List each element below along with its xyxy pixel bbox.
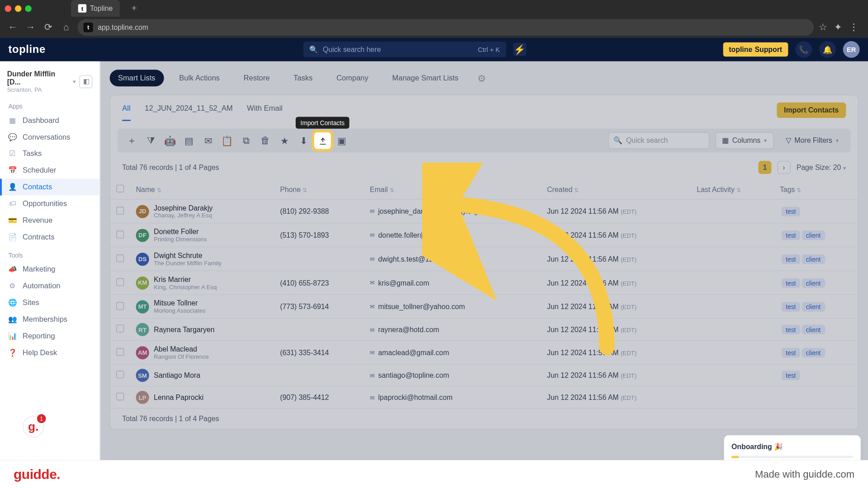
tag[interactable]: test <box>782 347 800 357</box>
tag[interactable]: client <box>802 347 825 357</box>
tab-bulk-actions[interactable]: Bulk Actions <box>171 70 228 86</box>
table-search[interactable]: 🔍 Quick search <box>608 132 709 149</box>
extensions-icon[interactable]: ✦ <box>834 21 842 33</box>
row-checkbox[interactable] <box>116 254 124 262</box>
row-checkbox[interactable] <box>116 278 124 286</box>
sidebar-item-memberships[interactable]: 👥Memberships <box>0 311 99 328</box>
panel-toggle-icon[interactable]: ◧ <box>80 75 92 88</box>
page-next[interactable]: › <box>778 161 791 174</box>
menu-icon[interactable]: ⋮ <box>849 21 859 33</box>
filter-icon[interactable]: ⧩ <box>142 132 159 149</box>
home-icon[interactable]: ⌂ <box>60 20 73 33</box>
table-row[interactable]: RTRaynera Targaryen✉raynera@hotd.comJun … <box>110 319 858 341</box>
subtab-12-jun-2024-11-52-am[interactable]: 12_JUN_2024_11_52_AM <box>145 104 232 121</box>
clipboard-icon[interactable]: 📋 <box>219 132 236 149</box>
window-controls[interactable] <box>5 5 32 12</box>
col-created[interactable]: Created⇅ <box>541 180 691 199</box>
tag[interactable]: client <box>802 278 825 287</box>
columns-dropdown[interactable]: ▦ Columns ▾ <box>716 132 774 149</box>
address-bar[interactable]: t app.topline.com <box>77 19 814 36</box>
sidebar-item-dashboard[interactable]: ▦Dashboard <box>0 112 99 129</box>
tab-tasks[interactable]: Tasks <box>285 70 321 86</box>
forward-icon[interactable]: → <box>24 20 37 33</box>
back-icon[interactable]: ← <box>6 20 19 33</box>
tag[interactable]: client <box>802 230 825 240</box>
reload-icon[interactable]: ⟳ <box>42 20 55 33</box>
tab-smart-lists[interactable]: Smart Lists <box>110 70 164 86</box>
gear-icon[interactable]: ⚙ <box>474 70 489 86</box>
more-filters-dropdown[interactable]: ▽ More Filters ▾ <box>779 132 844 149</box>
tag[interactable]: test <box>782 325 800 334</box>
table-row[interactable]: SMSantiago Mora✉santiago@topline.comJun … <box>110 364 858 386</box>
sidebar-item-help-desk[interactable]: ❓Help Desk <box>0 344 99 361</box>
user-avatar[interactable]: ER <box>843 41 860 58</box>
sidebar-item-sites[interactable]: 🌐Sites <box>0 294 99 311</box>
sidebar-item-automation[interactable]: ⚙Automation <box>0 278 99 295</box>
import-contacts-button[interactable]: Import Contacts <box>777 103 846 118</box>
row-checkbox[interactable] <box>116 325 124 333</box>
table-row[interactable]: JDJosephine DarakjyChanay, Jeffrey A Esq… <box>110 199 858 223</box>
chat-icon[interactable]: ▤ <box>181 132 198 149</box>
row-checkbox[interactable] <box>116 302 124 310</box>
sidebar-item-scheduler[interactable]: 📅Scheduler <box>0 162 99 179</box>
tab-restore[interactable]: Restore <box>235 70 278 86</box>
col-last-activity[interactable]: Last Activity⇅ <box>691 180 774 199</box>
table-row[interactable]: KMKris MarrierKing, Christopher A Esq(41… <box>110 271 858 295</box>
sidebar-item-opportunities[interactable]: 🏷Opportunities <box>0 196 99 212</box>
table-row[interactable]: DFDonette FollerPrinting Dimensions(513)… <box>110 223 858 247</box>
phone-icon[interactable]: 📞 <box>795 41 812 58</box>
col-email[interactable]: Email⇅ <box>364 180 541 199</box>
tag[interactable]: client <box>802 302 825 311</box>
contact-book-icon[interactable]: ▣ <box>333 132 350 149</box>
robot-icon[interactable]: 🤖 <box>161 132 178 149</box>
maximize-window-icon[interactable] <box>25 5 32 12</box>
star-icon[interactable]: ★ <box>276 132 293 149</box>
row-checkbox[interactable] <box>116 230 124 238</box>
download-icon[interactable]: ⬇ <box>295 132 312 149</box>
tab-manage-smart-lists[interactable]: Manage Smart Lists <box>384 70 467 86</box>
mail-icon[interactable]: ✉ <box>200 132 217 149</box>
subtab-with-email[interactable]: With Email <box>247 104 283 121</box>
new-tab-button[interactable]: + <box>128 2 140 14</box>
global-search[interactable]: 🔍 Quick search here Ctrl + K <box>303 42 506 57</box>
guidde-bubble[interactable]: g. 1 <box>23 416 44 437</box>
org-switcher[interactable]: Dunder Mifflin [D... Scranton, PA ▾ ◧ <box>0 66 99 96</box>
support-button[interactable]: topline Support <box>723 42 788 57</box>
bookmark-icon[interactable]: ☆ <box>819 21 827 33</box>
tag[interactable]: test <box>782 278 800 287</box>
copy-icon[interactable]: ⧉ <box>238 132 255 149</box>
trash-icon[interactable]: 🗑 <box>257 132 274 149</box>
table-row[interactable]: LPLenna Paprocki(907) 385-4412✉lpaprocki… <box>110 386 858 408</box>
tab-company[interactable]: Company <box>328 70 377 86</box>
tag[interactable]: client <box>802 254 825 263</box>
col-name[interactable]: Name⇅ <box>130 180 274 199</box>
col-tags[interactable]: Tags⇅ <box>774 180 858 199</box>
page-size[interactable]: Page Size: 20 ▾ <box>797 163 846 171</box>
sidebar-item-marketing[interactable]: 📣Marketing <box>0 261 99 278</box>
tag[interactable]: test <box>782 254 800 263</box>
select-all-checkbox[interactable] <box>116 185 124 192</box>
page-current[interactable]: 1 <box>758 161 771 174</box>
sidebar-item-conversations[interactable]: 💬Conversations <box>0 129 99 145</box>
sidebar-item-reporting[interactable]: 📊Reporting <box>0 328 99 344</box>
tag[interactable]: client <box>802 325 825 334</box>
tag[interactable]: test <box>782 230 800 240</box>
sidebar-item-tasks[interactable]: ☑Tasks <box>0 145 99 162</box>
table-row[interactable]: DSDwight SchruteThe Dunder Mifflin Famil… <box>110 247 858 271</box>
row-checkbox[interactable] <box>116 206 124 214</box>
import-contacts-icon[interactable]: Import Contacts <box>314 132 331 149</box>
row-checkbox[interactable] <box>116 347 124 355</box>
tag[interactable]: test <box>782 206 800 216</box>
browser-tab[interactable]: t Topline <box>71 0 120 17</box>
bolt-icon[interactable]: ⚡ <box>513 43 526 56</box>
close-window-icon[interactable] <box>5 5 12 12</box>
subtab-all[interactable]: All <box>122 104 130 121</box>
tag[interactable]: test <box>782 302 800 311</box>
sidebar-item-contracts[interactable]: 📄Contracts <box>0 229 99 245</box>
minimize-window-icon[interactable] <box>15 5 22 12</box>
bell-icon[interactable]: 🔔 <box>819 41 836 58</box>
add-icon[interactable]: ＋ <box>123 132 140 149</box>
col-phone[interactable]: Phone⇅ <box>274 180 364 199</box>
tag[interactable]: test <box>782 371 800 380</box>
row-checkbox[interactable] <box>116 371 124 378</box>
